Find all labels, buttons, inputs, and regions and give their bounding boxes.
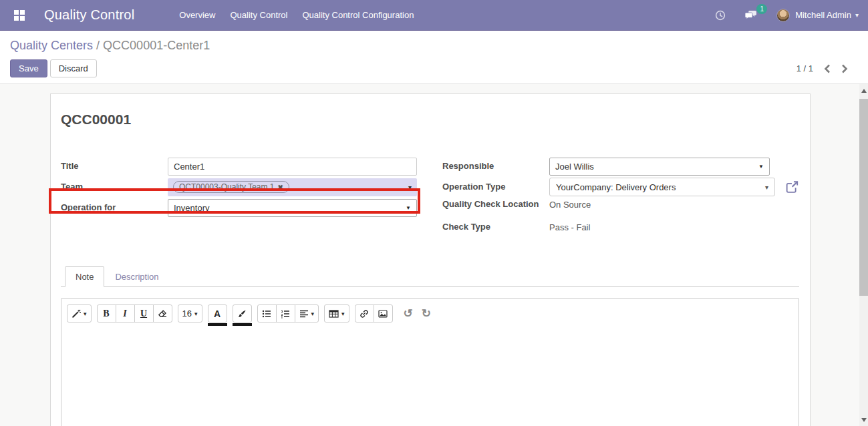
chevron-right-icon xyxy=(841,64,848,73)
magic-wand-icon xyxy=(71,309,81,318)
breadcrumb-current: QCC00001-Center1 xyxy=(103,39,210,52)
font-size-value: 16 xyxy=(182,308,192,318)
image-icon xyxy=(378,309,388,318)
title-input[interactable] xyxy=(168,158,417,176)
quality-check-location-label: Quality Check Location xyxy=(442,198,549,210)
pager-next-button[interactable] xyxy=(836,63,853,75)
form-column-right: Responsible Joel Willis ▼ Operation Type… xyxy=(442,157,799,244)
scroll-up-button[interactable] xyxy=(859,85,868,95)
apps-menu-icon[interactable] xyxy=(9,5,29,25)
editor-toolbar: ▾ B I U xyxy=(61,299,799,328)
breadcrumb-parent[interactable]: Quality Centers xyxy=(10,39,93,52)
messages-badge: 1 xyxy=(756,4,767,14)
style-button[interactable]: ▾ xyxy=(67,304,92,323)
team-label: Team xyxy=(61,181,168,193)
field-row-operation-for: Operation for Inventory ▼ xyxy=(61,198,417,217)
background-color-indicator xyxy=(233,323,252,326)
insert-image-button[interactable] xyxy=(374,304,393,323)
link-icon xyxy=(359,309,369,318)
main-menu: Overview Quality Control Quality Control… xyxy=(172,6,421,24)
remove-format-button[interactable] xyxy=(153,304,172,323)
form-column-left: Title Team QCT00003-Quality Team 1 ✖ xyxy=(61,157,417,244)
menu-overview[interactable]: Overview xyxy=(172,6,223,24)
team-tag: QCT00003-Quality Team 1 ✖ xyxy=(173,181,289,193)
background-color-button[interactable] xyxy=(233,304,252,323)
check-type-label: Check Type xyxy=(442,221,549,233)
underline-button[interactable]: U xyxy=(134,304,154,323)
field-row-team: Team QCT00003-Quality Team 1 ✖ ▾ xyxy=(61,178,417,196)
table-button[interactable]: ▾ xyxy=(324,304,349,323)
open-record-button[interactable] xyxy=(785,180,799,194)
pager: 1 / 1 xyxy=(797,63,853,75)
undo-button[interactable]: ↺ xyxy=(400,304,417,323)
align-left-icon xyxy=(299,309,309,318)
record-name: QCC00001 xyxy=(61,112,799,128)
discard-button[interactable]: Discard xyxy=(50,59,97,77)
grid-icon xyxy=(14,10,25,21)
team-dropdown-caret-icon[interactable]: ▾ xyxy=(408,184,412,191)
italic-button[interactable]: I xyxy=(116,304,135,323)
note-editor-body[interactable] xyxy=(61,328,799,426)
field-row-operation-type: Operation Type YourCompany: Delivery Ord… xyxy=(442,178,799,196)
text-color-button[interactable]: A xyxy=(208,304,227,323)
select-arrow-icon: ▼ xyxy=(758,164,764,170)
scrollbar-thumb[interactable] xyxy=(859,99,868,296)
triangle-down-icon xyxy=(861,418,867,422)
check-type-value: Pass - Fail xyxy=(549,222,590,232)
menu-quality-control[interactable]: Quality Control xyxy=(223,6,295,24)
operation-type-label: Operation Type xyxy=(442,181,549,193)
pager-previous-button[interactable] xyxy=(819,63,836,75)
tag-remove-icon[interactable]: ✖ xyxy=(278,184,283,191)
unordered-list-icon xyxy=(262,309,271,318)
tab-description[interactable]: Description xyxy=(104,266,169,287)
operation-type-value: YourCompany: Delivery Orders xyxy=(556,182,676,192)
responsible-select[interactable]: Joel Willis ▼ xyxy=(549,158,770,176)
field-row-responsible: Responsible Joel Willis ▼ xyxy=(442,157,799,176)
form-fields: Title Team QCT00003-Quality Team 1 ✖ xyxy=(61,157,799,244)
navbar-right: 1 Mitchell Admin ▾ xyxy=(708,7,859,23)
save-button[interactable]: Save xyxy=(10,59,47,77)
pager-value: 1 / 1 xyxy=(797,63,813,73)
notebook-tabs: Note Description xyxy=(61,266,799,287)
chat-bubbles-icon xyxy=(744,9,758,21)
field-row-title: Title xyxy=(61,157,417,176)
operation-type-combobox[interactable]: YourCompany: Delivery Orders ▾ xyxy=(549,178,775,196)
redo-button[interactable]: ↻ xyxy=(418,304,435,323)
chevron-left-icon xyxy=(824,64,831,73)
select-arrow-icon: ▼ xyxy=(406,205,411,211)
activities-button[interactable] xyxy=(708,7,732,23)
caret-down-icon: ▾ xyxy=(311,310,315,317)
team-tags-field[interactable]: QCT00003-Quality Team 1 ✖ ▾ xyxy=(168,178,417,196)
responsible-label: Responsible xyxy=(442,160,549,172)
user-name: Mitchell Admin xyxy=(795,10,851,20)
control-panel-buttons: Save Discard 1 / 1 xyxy=(10,59,868,77)
combo-caret-icon: ▾ xyxy=(765,184,768,191)
chevron-down-icon: ▾ xyxy=(855,11,859,19)
paragraph-align-button[interactable]: ▾ xyxy=(295,304,319,323)
vertical-scrollbar[interactable] xyxy=(859,84,868,426)
form-sheet: QCC00001 Title Team QCT00003-Quality Tea… xyxy=(50,93,811,426)
ordered-list-button[interactable] xyxy=(276,304,295,323)
avatar xyxy=(776,9,790,22)
insert-link-button[interactable] xyxy=(355,304,374,323)
breadcrumb-separator: / xyxy=(96,39,103,52)
note-editor: ▾ B I U xyxy=(61,298,799,426)
control-panel: Quality Centers / QCC00001-Center1 Save … xyxy=(0,31,868,84)
font-size-button[interactable]: 16 ▾ xyxy=(178,304,202,323)
caret-down-icon: ▾ xyxy=(194,310,198,317)
messages-button[interactable]: 1 xyxy=(738,7,764,23)
user-menu[interactable]: Mitchell Admin ▾ xyxy=(776,9,859,22)
menu-quality-control-configuration[interactable]: Quality Control Configuration xyxy=(295,6,421,24)
scroll-down-button[interactable] xyxy=(859,415,868,425)
unordered-list-button[interactable] xyxy=(257,304,277,323)
app-brand[interactable]: Quality Control xyxy=(44,7,134,23)
bold-button[interactable]: B xyxy=(97,304,116,323)
operation-for-value: Inventory xyxy=(174,203,209,213)
external-link-icon xyxy=(785,180,799,194)
team-tag-label: QCT00003-Quality Team 1 xyxy=(179,182,275,192)
breadcrumb: Quality Centers / QCC00001-Center1 xyxy=(10,39,868,53)
tab-note[interactable]: Note xyxy=(65,266,104,287)
triangle-up-icon xyxy=(861,89,867,93)
operation-for-label: Operation for xyxy=(61,202,168,214)
operation-for-select[interactable]: Inventory ▼ xyxy=(168,199,417,217)
